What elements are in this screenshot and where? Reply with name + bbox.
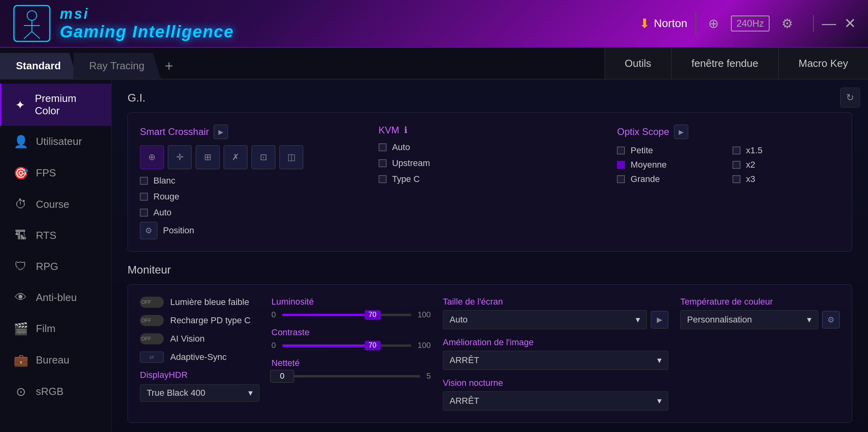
crosshair-btn-2[interactable]: ⊞ (196, 145, 220, 169)
adaptive-toggle[interactable]: ⇄ (140, 352, 164, 363)
luminosite-group: Luminosité 0 70 100 (271, 297, 431, 319)
moniteur-section-title: Moniteur (128, 264, 852, 276)
anti-bleu-icon: 👁 (14, 291, 28, 304)
hz-badge: 240Hz (731, 16, 770, 31)
temperature-title: Température de couleur (680, 297, 840, 307)
kvm-upstream-box (379, 159, 387, 167)
x2-box (732, 161, 740, 169)
size-moyenne-option[interactable]: Moyenne (617, 160, 724, 170)
color-blanc-option[interactable]: Blanc (140, 176, 363, 186)
tab-macro-key[interactable]: Macro Key (778, 48, 868, 79)
x15-label: x1.5 (746, 145, 763, 156)
sliders-column: Luminosité 0 70 100 Contraste (271, 297, 431, 410)
petite-box (617, 147, 625, 154)
settings-button[interactable]: ⚙ (778, 12, 797, 35)
tab-standard-label: Standard (16, 60, 61, 72)
zoom-x3-option[interactable]: x3 (732, 174, 840, 184)
sidebar-item-anti-bleu[interactable]: 👁 Anti-bleu (0, 282, 111, 313)
crosshair-btn-4[interactable]: ⊡ (251, 145, 275, 169)
sidebar-item-bureau[interactable]: 💼 Bureau (0, 344, 111, 376)
sidebar-item-utilisateur[interactable]: 👤 Utilisateur (0, 126, 111, 157)
kvm-upstream-label: Upstream (392, 158, 430, 168)
crosshair-btn-1[interactable]: ✛ (168, 145, 192, 169)
taille-ecran-value: Auto (450, 315, 467, 325)
sidebar-item-rpg[interactable]: 🛡 RPG (0, 251, 111, 282)
header-right: ⬇ Norton ⊕ 240Hz ⚙ — ✕ (631, 12, 856, 35)
kvm-upstream-option[interactable]: Upstream (379, 158, 601, 168)
minimize-button[interactable]: — (822, 15, 836, 32)
monitor-toggles-column: Lumière bleue faible Recharge PD type C … (140, 297, 259, 410)
position-label: Position (163, 225, 194, 236)
taille-ecran-dropdown[interactable]: Auto ▾ (443, 310, 647, 329)
refresh-button[interactable]: ↻ (840, 88, 860, 108)
rpg-icon: 🛡 (14, 260, 28, 273)
toggle-recharge-row: Recharge PD type C (140, 315, 259, 326)
sidebar-item-course[interactable]: ⏱ Course (0, 189, 111, 220)
sidebar-item-film[interactable]: 🎬 Film (0, 313, 111, 344)
nettete-track[interactable]: 0 (282, 375, 420, 377)
color-auto-option[interactable]: Auto (140, 207, 363, 218)
size-grande-option[interactable]: Grande (617, 174, 724, 184)
x15-box (732, 147, 740, 154)
vision-nocturne-dropdown[interactable]: ARRÊT ▾ (443, 391, 668, 410)
color-rouge-option[interactable]: Rouge (140, 192, 363, 202)
x2-label: x2 (746, 160, 755, 170)
vision-nocturne-title: Vision nocturne (443, 378, 668, 388)
zoom-x2-option[interactable]: x2 (732, 160, 840, 170)
svg-point-2 (27, 11, 37, 20)
lumiere-toggle[interactable] (140, 297, 164, 308)
main-layout: ✦ Premium Color 👤 Utilisateur 🎯 FPS ⏱ Co… (0, 80, 868, 432)
norton-button[interactable]: ⬇ Norton (631, 12, 696, 35)
srgb-icon: ⊙ (14, 385, 28, 399)
tab-ray-tracing-label: Ray Tracing (89, 60, 145, 72)
taille-play-button[interactable]: ▶ (651, 311, 668, 328)
position-row[interactable]: ⚙ Position (140, 222, 363, 239)
size-petite-option[interactable]: Petite (617, 145, 724, 156)
globe-button[interactable]: ⊕ (704, 12, 723, 35)
sidebar-item-rts[interactable]: 🏗 RTS (0, 220, 111, 251)
crosshair-btn-3[interactable]: ✗ (224, 145, 247, 169)
sidebar-label-bureau: Bureau (36, 354, 69, 366)
vision-nocturne-chevron: ▾ (657, 396, 662, 406)
taille-ecran-chevron: ▾ (636, 315, 640, 325)
amelioration-chevron: ▾ (657, 355, 662, 366)
tab-ray-tracing[interactable]: Ray Tracing (73, 53, 161, 79)
crosshair-btn-0[interactable]: ⊕ (140, 145, 164, 169)
optix-play-icon: ▶ (679, 128, 683, 136)
globe-icon: ⊕ (708, 16, 719, 31)
luminosite-thumb[interactable]: 70 (365, 310, 381, 320)
tab-standard[interactable]: Standard (0, 53, 77, 79)
tab-bar: Standard Ray Tracing + Outils fenêtre fe… (0, 48, 868, 80)
kvm-auto-option[interactable]: Auto (379, 142, 601, 152)
zoom-x15-option[interactable]: x1.5 (732, 145, 840, 156)
contraste-track[interactable]: 70 (282, 344, 411, 347)
contraste-thumb[interactable]: 70 (365, 341, 381, 350)
toggle-ai-row: AI Vision (140, 333, 259, 344)
smart-crosshair-play-button[interactable]: ▶ (214, 125, 228, 139)
sidebar-item-srgb[interactable]: ⊙ sRGB (0, 376, 111, 407)
luminosite-track[interactable]: 70 (282, 314, 411, 316)
ai-toggle[interactable] (140, 333, 164, 344)
nettete-thumb[interactable]: 0 (270, 370, 294, 383)
temperature-gear-button[interactable]: ⚙ (822, 311, 840, 328)
temperature-group: Température de couleur Personnalisation … (680, 297, 840, 329)
tab-add-button[interactable]: + (157, 53, 181, 79)
temperature-dropdown[interactable]: Personnalisation ▾ (680, 310, 818, 329)
logo-text: msi Gaming Intelligence (60, 6, 234, 41)
sidebar-item-fps[interactable]: 🎯 FPS (0, 157, 111, 189)
close-button[interactable]: ✕ (844, 15, 856, 32)
recharge-toggle[interactable] (140, 315, 164, 326)
tab-fenetre-fendue[interactable]: fenêtre fendue (671, 48, 778, 79)
optix-play-button[interactable]: ▶ (674, 125, 688, 139)
rouge-label: Rouge (153, 192, 179, 202)
sidebar-item-premium-color[interactable]: ✦ Premium Color (0, 84, 111, 126)
amelioration-dropdown[interactable]: ARRÊT ▾ (443, 351, 668, 370)
kvm-typec-option[interactable]: Type C (379, 174, 601, 184)
tab-outils[interactable]: Outils (605, 48, 671, 79)
crosshair-btn-5[interactable]: ◫ (279, 145, 303, 169)
window-controls: — ✕ (813, 15, 856, 32)
position-gear-button[interactable]: ⚙ (140, 222, 157, 239)
displayhdr-select[interactable]: True Black 400 ▾ (140, 384, 259, 402)
sidebar-label-rpg: RPG (36, 260, 58, 273)
kvm-label: KVM (379, 125, 399, 136)
